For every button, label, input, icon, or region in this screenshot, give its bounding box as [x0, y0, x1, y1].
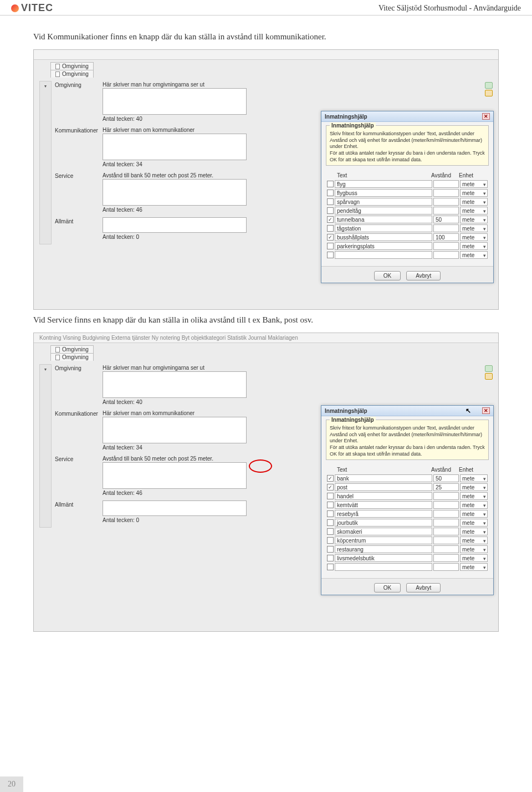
text-input[interactable]: skomakeri — [335, 528, 432, 535]
text-input[interactable] — [335, 251, 432, 259]
text-input[interactable]: tunnelbana — [335, 216, 432, 223]
text-input[interactable]: bank — [335, 474, 432, 482]
distance-input[interactable] — [433, 207, 459, 214]
unit-select[interactable]: mete — [460, 554, 488, 562]
distance-input[interactable] — [433, 528, 459, 535]
helper-icon[interactable] — [485, 90, 493, 96]
unit-select[interactable]: mete — [460, 224, 488, 232]
distance-input[interactable]: 50 — [433, 216, 459, 223]
distance-input[interactable] — [433, 180, 459, 188]
distance-input[interactable] — [433, 501, 459, 509]
textarea-allmant[interactable] — [103, 500, 247, 516]
unit-select[interactable]: mete — [460, 483, 488, 491]
checkbox[interactable] — [327, 198, 334, 205]
textarea-service[interactable] — [103, 179, 247, 206]
unit-select[interactable]: mete — [460, 492, 488, 500]
checkbox[interactable] — [327, 243, 334, 249]
checkbox[interactable] — [327, 546, 334, 553]
distance-input[interactable] — [433, 554, 459, 562]
distance-input[interactable] — [433, 563, 459, 571]
tab-omgivning-1[interactable]: Omgivning — [50, 345, 94, 353]
distance-input[interactable]: 25 — [433, 483, 459, 491]
text-input[interactable]: tågstation — [335, 224, 432, 232]
distance-input[interactable]: 100 — [433, 233, 459, 241]
add-icon[interactable] — [485, 365, 493, 372]
checkbox[interactable] — [327, 502, 334, 508]
text-input[interactable]: busshållplats — [335, 233, 432, 241]
checkbox[interactable] — [327, 510, 334, 517]
text-input[interactable]: jourbutik — [335, 519, 432, 527]
textarea-kommunikationer[interactable] — [103, 134, 247, 160]
text-input[interactable]: handel — [335, 492, 432, 500]
tab-omgivning-2[interactable]: Omgivning — [50, 353, 94, 361]
unit-select[interactable]: mete — [460, 545, 488, 553]
helper-icon[interactable] — [485, 373, 493, 380]
distance-input[interactable] — [433, 251, 459, 259]
text-input[interactable] — [335, 563, 432, 571]
distance-input[interactable] — [433, 536, 459, 544]
checkbox[interactable]: ✓ — [327, 475, 334, 482]
ok-button[interactable]: OK — [374, 271, 401, 280]
text-input[interactable]: kemtvätt — [335, 501, 432, 509]
chevron-down-icon[interactable]: ▾ — [40, 81, 51, 89]
unit-select[interactable]: mete — [460, 180, 488, 188]
checkbox[interactable] — [327, 181, 334, 187]
unit-select[interactable]: mete — [460, 474, 488, 482]
add-icon[interactable] — [485, 82, 493, 89]
cancel-button[interactable]: Avbryt — [406, 583, 441, 592]
text-input[interactable]: livsmedelsbutik — [335, 554, 432, 562]
checkbox[interactable] — [327, 564, 334, 570]
checkbox[interactable] — [327, 537, 334, 544]
distance-input[interactable] — [433, 189, 459, 197]
close-icon[interactable]: ✕ — [482, 407, 490, 414]
checkbox[interactable] — [327, 252, 334, 258]
distance-input[interactable] — [433, 492, 459, 500]
unit-select[interactable]: mete — [460, 510, 488, 518]
text-input[interactable]: pendeltåg — [335, 207, 432, 214]
close-icon[interactable]: ✕ — [482, 113, 490, 120]
checkbox[interactable]: ✓ — [327, 484, 334, 490]
unit-select[interactable]: mete — [460, 242, 488, 250]
distance-input[interactable] — [433, 510, 459, 518]
unit-select[interactable]: mete — [460, 207, 488, 214]
distance-input[interactable] — [433, 545, 459, 553]
textarea-omgivning[interactable] — [103, 88, 247, 115]
unit-select[interactable]: mete — [460, 189, 488, 197]
checkbox[interactable]: ✓ — [327, 234, 334, 241]
textarea-service[interactable] — [103, 462, 247, 489]
checkbox[interactable]: ✓ — [327, 216, 334, 223]
text-input[interactable]: restaurang — [335, 545, 432, 553]
unit-select[interactable]: mete — [460, 536, 488, 544]
textarea-omgivning[interactable] — [103, 371, 247, 398]
checkbox[interactable] — [327, 493, 334, 499]
text-input[interactable]: resebyrå — [335, 510, 432, 518]
text-input[interactable]: flygbuss — [335, 189, 432, 197]
distance-input[interactable] — [433, 198, 459, 206]
text-input[interactable]: köpcentrum — [335, 536, 432, 544]
checkbox[interactable] — [327, 190, 334, 196]
checkbox[interactable] — [327, 519, 334, 526]
distance-input[interactable] — [433, 242, 459, 250]
textarea-allmant[interactable] — [103, 217, 247, 233]
distance-input[interactable]: 50 — [433, 474, 459, 482]
tab-omgivning-1[interactable]: Omgivning — [50, 62, 94, 70]
unit-select[interactable]: mete — [460, 198, 488, 206]
text-input[interactable]: spårvagn — [335, 198, 432, 206]
checkbox[interactable] — [327, 555, 334, 561]
unit-select[interactable]: mete — [460, 216, 488, 223]
cancel-button[interactable]: Avbryt — [406, 271, 441, 280]
unit-select[interactable]: mete — [460, 528, 488, 535]
ok-button[interactable]: OK — [374, 583, 401, 592]
unit-select[interactable]: mete — [460, 563, 488, 571]
text-input[interactable]: flyg — [335, 180, 432, 188]
checkbox[interactable] — [327, 528, 334, 535]
unit-select[interactable]: mete — [460, 233, 488, 241]
checkbox[interactable] — [327, 207, 334, 214]
chevron-down-icon[interactable]: ▾ — [40, 365, 51, 372]
unit-select[interactable]: mete — [460, 251, 488, 259]
distance-input[interactable] — [433, 224, 459, 232]
checkbox[interactable] — [327, 225, 334, 232]
unit-select[interactable]: mete — [460, 519, 488, 527]
unit-select[interactable]: mete — [460, 501, 488, 509]
tab-omgivning-2[interactable]: Omgivning — [50, 70, 94, 78]
